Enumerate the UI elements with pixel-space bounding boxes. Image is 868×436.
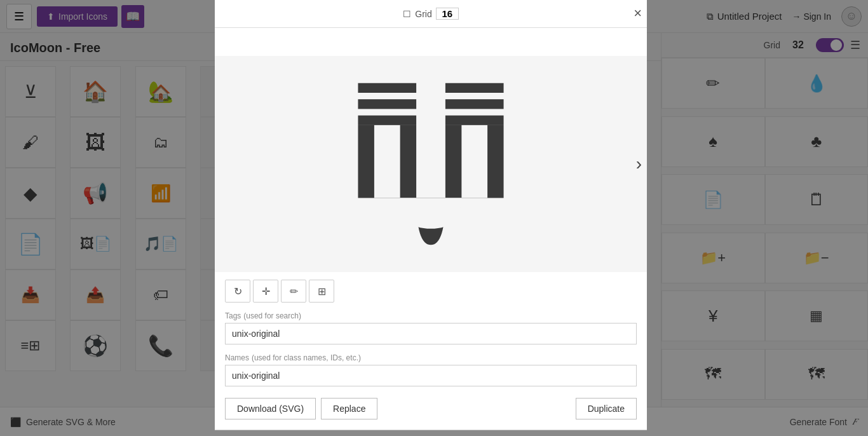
- grid-button[interactable]: ⊞: [309, 280, 334, 303]
- svg-rect-8: [374, 125, 400, 198]
- replace-label: Replace: [333, 404, 365, 414]
- tags-section: Tags (used for search): [215, 308, 647, 350]
- magnet-svg-icon: [348, 75, 513, 253]
- modal-nav-right-button[interactable]: ›: [636, 154, 642, 174]
- edit-button[interactable]: ✏: [281, 280, 306, 303]
- replace-button[interactable]: Replace: [321, 398, 377, 419]
- svg-rect-0: [358, 83, 416, 93]
- download-svg-button[interactable]: Download (SVG): [225, 398, 316, 419]
- duplicate-label: Duplicate: [588, 404, 625, 414]
- modal-grid-input[interactable]: [436, 8, 459, 20]
- duplicate-button[interactable]: Duplicate: [576, 398, 637, 419]
- move-icon: ✛: [262, 285, 270, 297]
- tags-label: Tags (used for search): [225, 310, 637, 320]
- modal-close-button[interactable]: ×: [634, 5, 642, 22]
- modal-icon-preview: ›: [215, 56, 647, 272]
- modal-actions-left: Download (SVG) Replace: [225, 398, 377, 419]
- modal-grid-area: ☐ Grid: [403, 8, 458, 20]
- svg-rect-9: [461, 125, 487, 198]
- move-button[interactable]: ✛: [253, 280, 278, 303]
- edit-icon: ✏: [290, 285, 298, 297]
- modal-grid-label: Grid: [415, 9, 431, 19]
- svg-rect-1: [358, 99, 416, 109]
- names-input[interactable]: [225, 365, 637, 386]
- names-label: Names (used for class names, IDs, etc.): [225, 352, 637, 362]
- rotate-button[interactable]: ↻: [225, 280, 250, 303]
- modal-grid-checkbox[interactable]: ☐: [403, 9, 411, 19]
- svg-rect-2: [358, 116, 416, 125]
- modal-toolbar: ↻ ✛ ✏ ⊞: [215, 272, 647, 308]
- rotate-icon: ↻: [234, 285, 242, 297]
- modal-actions: Download (SVG) Replace Duplicate: [215, 392, 647, 430]
- svg-rect-3: [445, 83, 504, 93]
- svg-rect-5: [445, 116, 504, 125]
- tags-input[interactable]: [225, 323, 637, 344]
- names-section: Names (used for class names, IDs, etc.): [215, 350, 647, 392]
- icon-detail-modal: ☐ Grid ×: [215, 0, 647, 430]
- grid-icon: ⊞: [318, 285, 326, 297]
- svg-rect-4: [445, 99, 504, 109]
- download-label: Download (SVG): [237, 404, 304, 414]
- close-icon: ×: [634, 5, 642, 21]
- nav-right-icon: ›: [636, 154, 642, 174]
